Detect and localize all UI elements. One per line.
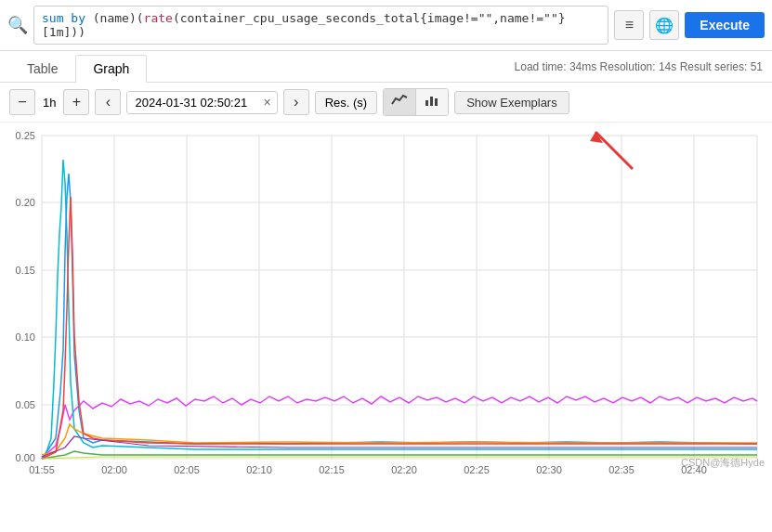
tab-graph[interactable]: Graph (75, 55, 147, 83)
svg-rect-0 (425, 100, 428, 106)
time-input[interactable] (127, 92, 257, 113)
chart-line-button[interactable] (384, 89, 416, 115)
svg-text:02:10: 02:10 (246, 464, 272, 475)
execute-button[interactable]: Execute (685, 12, 765, 38)
minus-button[interactable]: − (9, 89, 35, 115)
watermark: CSDN@海德Hyde (681, 456, 765, 470)
show-exemplars-button[interactable]: Show Exemplars (454, 91, 569, 114)
meta-info: Load time: 34ms Resolution: 14s Result s… (515, 60, 763, 77)
tab-table[interactable]: Table (9, 55, 75, 82)
prev-button[interactable]: ‹ (95, 89, 121, 115)
next-button[interactable]: › (283, 89, 309, 115)
svg-text:0.15: 0.15 (16, 265, 35, 276)
query-bar: 🔍 sum by (name)(rate(container_cpu_usage… (0, 0, 772, 51)
time-input-wrap: × (126, 91, 277, 114)
svg-text:0.05: 0.05 (16, 399, 35, 410)
query-input[interactable]: sum by (name)(rate(container_cpu_usage_s… (33, 6, 608, 45)
chart-area: 0.25 0.20 0.15 0.10 0.05 0.00 01:55 02:0… (0, 123, 772, 475)
svg-text:0.00: 0.00 (16, 452, 35, 463)
svg-rect-1 (430, 97, 433, 106)
svg-text:0.20: 0.20 (16, 197, 35, 208)
duration-label: 1h (41, 96, 58, 110)
chart-type-group (383, 88, 449, 116)
search-icon: 🔍 (7, 15, 28, 35)
globe-button[interactable]: 🌐 (649, 10, 679, 40)
svg-text:01:55: 01:55 (29, 464, 55, 475)
svg-text:0.10: 0.10 (16, 331, 35, 343)
list-options-button[interactable]: ≡ (614, 10, 644, 40)
svg-text:0.25: 0.25 (16, 130, 35, 141)
plus-button[interactable]: + (63, 89, 89, 115)
chart-svg: 0.25 0.20 0.15 0.10 0.05 0.00 01:55 02:0… (0, 123, 772, 475)
tabs-left: Table Graph (9, 55, 147, 82)
controls-row: − 1h + ‹ × › Res. (s) Show Exemplars (0, 83, 772, 123)
svg-text:02:25: 02:25 (464, 464, 490, 475)
tabs-row: Table Graph Load time: 34ms Resolution: … (0, 51, 772, 83)
svg-text:02:20: 02:20 (391, 464, 417, 475)
svg-text:02:05: 02:05 (174, 464, 200, 475)
time-clear-button[interactable]: × (257, 95, 276, 110)
svg-rect-2 (435, 98, 438, 106)
svg-text:02:30: 02:30 (536, 464, 562, 475)
svg-text:02:35: 02:35 (608, 464, 635, 475)
svg-text:02:15: 02:15 (319, 464, 345, 475)
chart-bar-button[interactable] (416, 89, 448, 115)
resolution-button[interactable]: Res. (s) (315, 91, 378, 114)
svg-text:02:00: 02:00 (101, 464, 127, 475)
